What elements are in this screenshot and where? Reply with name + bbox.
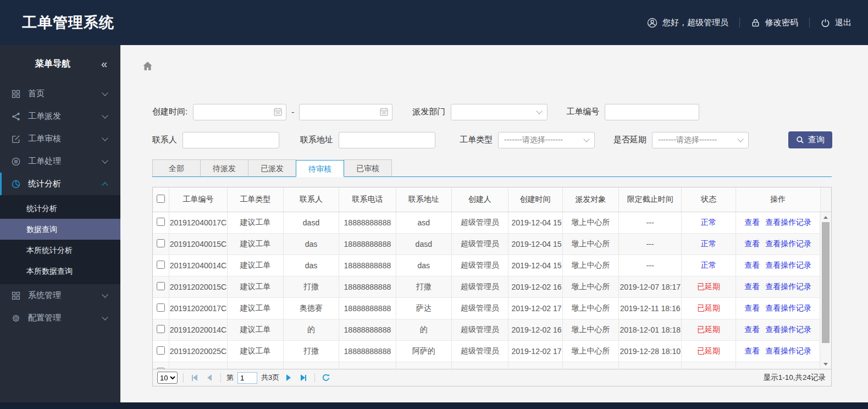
search-button[interactable]: 查询: [788, 131, 832, 148]
tab-pending-dispatch[interactable]: 待派发: [200, 159, 248, 176]
address-label: 联系地址: [300, 135, 333, 145]
page-number-input[interactable]: [237, 372, 257, 384]
cell-target: 墩上中心所: [562, 255, 619, 276]
view-log-link[interactable]: 查看操作记录: [765, 325, 811, 334]
create-time-label: 创建时间:: [152, 107, 187, 117]
view-log-link[interactable]: 查看操作记录: [765, 239, 811, 248]
row-checkbox[interactable]: [157, 218, 165, 226]
view-log-link[interactable]: 查看操作记录: [765, 261, 811, 269]
view-link[interactable]: 查看: [744, 218, 760, 226]
column-header: 工单类型: [228, 187, 284, 212]
cell-creator: 超级管理员: [451, 212, 508, 233]
cell-created: 2019-12-02 17: [508, 297, 562, 319]
cell-order-no: 201912020017C: [169, 297, 228, 319]
cell-deadline: 2019-12-28 18:10: [619, 340, 682, 362]
sidebar-item-home[interactable]: 首页: [0, 82, 120, 105]
sidebar-subitem-stats-analysis[interactable]: 统计分析: [0, 198, 120, 219]
sidebar-submenu-stats-analysis: 统计分析数据查询本所统计分析本所数据查询: [0, 195, 120, 284]
tab-reviewed[interactable]: 已审核: [344, 159, 392, 176]
sidebar-header[interactable]: 菜单导航 «: [0, 45, 120, 82]
empty-cell: [562, 362, 619, 369]
sidebar-subitem-data-query[interactable]: 数据查询: [0, 219, 120, 240]
cell-type: 建议工单: [228, 340, 284, 362]
filter-row-1: 创建时间: - 派发部门 工单编号: [152, 103, 839, 120]
view-link[interactable]: 查看: [744, 282, 760, 291]
prev-page-button[interactable]: [204, 372, 215, 384]
status-badge: 已延期: [697, 282, 720, 291]
table-scrollbar[interactable]: [820, 212, 831, 369]
sidebar-item-config-mgmt[interactable]: 配置管理: [0, 307, 120, 329]
delay-select[interactable]: -------请选择-------: [652, 132, 749, 148]
page-prefix-label: 第: [226, 373, 234, 383]
change-password-button[interactable]: 修改密码: [751, 18, 798, 28]
view-link[interactable]: 查看: [744, 325, 760, 334]
order-type-select[interactable]: -------请选择-------: [498, 132, 595, 148]
sidebar-item-order-dispatch[interactable]: 工单派发: [0, 105, 120, 128]
scroll-up-icon[interactable]: [820, 213, 831, 222]
app-header: 工单管理系统 您好，超级管理员 修改密码 退出: [0, 0, 868, 45]
status-badge: 已延期: [697, 303, 720, 312]
row-checkbox[interactable]: [157, 282, 165, 290]
row-checkbox[interactable]: [157, 303, 165, 312]
scrollbar-thumb[interactable]: [822, 222, 830, 343]
row-checkbox[interactable]: [157, 239, 165, 247]
cell-target: 墩上中心所: [562, 340, 619, 362]
contact-input[interactable]: [183, 132, 279, 148]
row-checkbox[interactable]: [157, 346, 165, 355]
view-link[interactable]: 查看: [744, 239, 760, 248]
table-row: 201912040017C建议工单dasd18888888888asd超级管理员…: [153, 212, 831, 233]
sidebar-item-stats-analysis[interactable]: 统计分析: [0, 173, 120, 195]
sidebar-subitem-branch-stats-analysis[interactable]: 本所统计分析: [0, 240, 120, 261]
row-checkbox[interactable]: [157, 368, 165, 370]
view-log-link[interactable]: 查看操作记录: [765, 303, 811, 312]
home-icon[interactable]: [142, 60, 153, 72]
tab-pending-review[interactable]: 待审核: [296, 160, 344, 177]
page-size-select[interactable]: 10: [157, 372, 178, 384]
row-checkbox[interactable]: [157, 261, 165, 269]
view-link[interactable]: 查看: [744, 346, 760, 355]
first-page-button[interactable]: [189, 372, 200, 384]
create-time-end: [299, 104, 392, 120]
last-page-button[interactable]: [298, 372, 309, 384]
table-row: 201912020015C建议工单打撒18888888888打撒超级管理员201…: [153, 276, 831, 297]
view-log-link[interactable]: 查看操作记录: [765, 282, 811, 291]
sidebar-item-label: 配置管理: [28, 313, 103, 323]
cell-address: dasd: [396, 233, 451, 255]
cell-target: 墩上中心所: [562, 233, 619, 255]
collapse-sidebar-icon[interactable]: «: [101, 58, 106, 70]
header-actions: 您好，超级管理员 修改密码 退出: [647, 18, 852, 28]
sidebar-item-system-mgmt[interactable]: 系统管理: [0, 284, 120, 307]
empty-cell: [169, 362, 228, 369]
create-time-end-input[interactable]: [299, 104, 392, 120]
dispatch-dept-select[interactable]: [451, 104, 548, 120]
select-all-checkbox[interactable]: [157, 195, 165, 203]
row-checkbox[interactable]: [157, 325, 165, 333]
view-link[interactable]: 查看: [744, 303, 760, 312]
sidebar-item-order-process[interactable]: 工单处理: [0, 150, 120, 173]
cell-deadline: ---: [619, 212, 682, 233]
cell-address: asd: [396, 212, 451, 233]
view-link[interactable]: 查看: [744, 261, 760, 269]
cell-address: das: [396, 255, 451, 276]
address-input[interactable]: [339, 132, 435, 148]
cell-actions: 查看查看操作记录: [736, 212, 821, 233]
tab-dispatched[interactable]: 已派发: [248, 159, 296, 176]
order-no-input[interactable]: [605, 104, 699, 120]
cell-deadline: ---: [619, 233, 682, 255]
refresh-icon[interactable]: [322, 373, 330, 382]
sidebar-item-order-review[interactable]: 工单审核: [0, 128, 120, 150]
scroll-down-icon[interactable]: [820, 360, 831, 368]
tab-all[interactable]: 全部: [152, 159, 201, 176]
logout-button[interactable]: 退出: [821, 18, 852, 28]
sidebar-subitem-branch-data-query[interactable]: 本所数据查询: [0, 261, 120, 281]
cell-creator: 超级管理员: [451, 233, 508, 255]
cell-order-no: 201912040017C: [169, 212, 228, 233]
create-time-start-input[interactable]: [193, 104, 286, 120]
cell-phone: 18888888888: [339, 233, 396, 255]
next-page-button[interactable]: [283, 372, 294, 384]
view-log-link[interactable]: 查看操作记录: [765, 346, 811, 355]
user-greeting[interactable]: 您好，超级管理员: [647, 18, 728, 28]
cell-status: 正常: [681, 255, 736, 276]
gear-icon: [12, 314, 21, 323]
view-log-link[interactable]: 查看操作记录: [765, 218, 811, 226]
